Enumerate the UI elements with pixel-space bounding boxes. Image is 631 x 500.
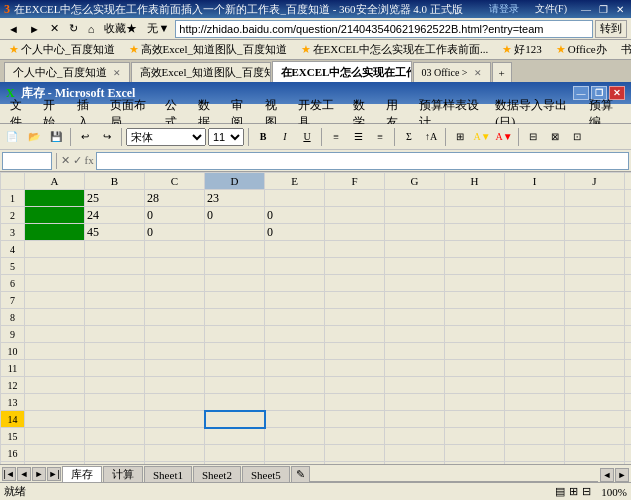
font-size-select[interactable]: 11 xyxy=(208,128,244,146)
cell[interactable] xyxy=(25,326,85,343)
cell[interactable] xyxy=(505,190,565,207)
menu-insert[interactable]: 插入 xyxy=(71,105,104,123)
cell[interactable] xyxy=(625,190,632,207)
cell[interactable] xyxy=(25,394,85,411)
cell[interactable] xyxy=(565,224,625,241)
fav-item-1[interactable]: ★ 个人中心_百度知道 xyxy=(4,41,120,59)
cell[interactable] xyxy=(505,360,565,377)
bold-icon[interactable]: B xyxy=(253,127,273,147)
cell[interactable] xyxy=(205,326,265,343)
cell[interactable] xyxy=(25,241,85,258)
underline-icon[interactable]: U xyxy=(297,127,317,147)
sort-asc-icon[interactable]: ↑A xyxy=(421,127,441,147)
row-header-15[interactable]: 15 xyxy=(1,428,25,445)
row-header-10[interactable]: 10 xyxy=(1,343,25,360)
cell[interactable] xyxy=(25,309,85,326)
menu-budget-edit[interactable]: 预算编 xyxy=(583,105,627,123)
cell[interactable] xyxy=(25,445,85,462)
h-scroll-left[interactable]: ◄ xyxy=(600,468,614,482)
row-header-16[interactable]: 16 xyxy=(1,445,25,462)
tab-close-4[interactable]: ✕ xyxy=(474,68,482,78)
cell[interactable] xyxy=(325,241,385,258)
open-icon[interactable]: 📂 xyxy=(24,127,44,147)
cell[interactable] xyxy=(445,190,505,207)
cell[interactable] xyxy=(505,224,565,241)
h-scroll-right[interactable]: ► xyxy=(615,468,629,482)
menu-home[interactable]: 开始 xyxy=(37,105,70,123)
cell[interactable] xyxy=(145,377,205,394)
cell[interactable] xyxy=(325,275,385,292)
cell[interactable] xyxy=(565,428,625,445)
col-header-f[interactable]: F xyxy=(325,173,385,190)
cell[interactable] xyxy=(265,241,325,258)
cell[interactable] xyxy=(385,343,445,360)
cell[interactable] xyxy=(625,292,632,309)
fav-item-5[interactable]: ★ Office办 xyxy=(551,41,612,59)
sheet-tab-sheet1[interactable]: Sheet1 xyxy=(144,466,192,482)
cell[interactable] xyxy=(325,309,385,326)
cell[interactable] xyxy=(565,309,625,326)
menu-data-import[interactable]: 数据导入导出(日) xyxy=(489,105,583,123)
cell[interactable] xyxy=(565,292,625,309)
col-header-j[interactable]: J xyxy=(565,173,625,190)
browser-tab-1[interactable]: 个人中心_百度知道 ✕ xyxy=(4,62,130,82)
browser-tab-new[interactable]: + xyxy=(492,62,512,82)
cell[interactable] xyxy=(445,207,505,224)
cell[interactable] xyxy=(505,411,565,428)
cell[interactable] xyxy=(85,241,145,258)
cell[interactable] xyxy=(565,258,625,275)
menu-review[interactable]: 审阅 xyxy=(225,105,258,123)
cell[interactable] xyxy=(85,394,145,411)
back-button[interactable]: ◄ xyxy=(4,20,23,38)
fav-item-4[interactable]: ★ 好123 xyxy=(497,41,547,59)
cell[interactable] xyxy=(25,224,85,241)
col-header-c[interactable]: C xyxy=(145,173,205,190)
cell[interactable] xyxy=(205,343,265,360)
cell[interactable] xyxy=(325,207,385,224)
cell[interactable] xyxy=(625,394,632,411)
cell[interactable] xyxy=(145,445,205,462)
row-header-8[interactable]: 8 xyxy=(1,309,25,326)
browser-tab-3[interactable]: 在EXCEL中怎么实现在工作表前面插入... ✕ xyxy=(272,61,412,82)
cell[interactable] xyxy=(625,360,632,377)
cell[interactable] xyxy=(385,241,445,258)
cell[interactable] xyxy=(85,445,145,462)
cell[interactable]: 23 xyxy=(205,190,265,207)
cell[interactable] xyxy=(625,224,632,241)
cell[interactable] xyxy=(445,326,505,343)
forward-button[interactable]: ► xyxy=(25,20,44,38)
cell[interactable] xyxy=(445,224,505,241)
row-header-4[interactable]: 4 xyxy=(1,241,25,258)
cell[interactable] xyxy=(265,309,325,326)
cell[interactable] xyxy=(325,190,385,207)
row-header-5[interactable]: 5 xyxy=(1,258,25,275)
cell[interactable] xyxy=(325,343,385,360)
cell[interactable] xyxy=(325,292,385,309)
cell[interactable] xyxy=(205,411,265,428)
row-header-14[interactable]: 14 xyxy=(1,411,25,428)
sheet-tab-new[interactable]: ✎ xyxy=(291,466,310,482)
cell[interactable] xyxy=(85,292,145,309)
col-header-h[interactable]: H xyxy=(445,173,505,190)
menu-developer[interactable]: 开发工具 xyxy=(292,105,347,123)
cell[interactable] xyxy=(445,241,505,258)
cell[interactable] xyxy=(385,445,445,462)
cell[interactable] xyxy=(505,241,565,258)
favorites-button[interactable]: 收藏★ xyxy=(100,20,141,38)
cell[interactable] xyxy=(625,275,632,292)
restore-button[interactable]: ❐ xyxy=(596,4,611,15)
cell[interactable] xyxy=(385,207,445,224)
formula-sum-icon[interactable]: Σ xyxy=(399,127,419,147)
tools-button[interactable]: 无▼ xyxy=(143,20,173,38)
menu-view[interactable]: 视图 xyxy=(259,105,292,123)
cell[interactable] xyxy=(265,190,325,207)
col-header-k[interactable]: K xyxy=(625,173,632,190)
cell[interactable] xyxy=(205,309,265,326)
cell[interactable] xyxy=(385,292,445,309)
fav-item-6[interactable]: 书书在线 xyxy=(616,41,631,59)
cell[interactable] xyxy=(145,275,205,292)
cell[interactable] xyxy=(25,292,85,309)
cell[interactable] xyxy=(445,428,505,445)
cell[interactable] xyxy=(325,326,385,343)
sheet-tab-store[interactable]: 库存 xyxy=(62,466,102,482)
